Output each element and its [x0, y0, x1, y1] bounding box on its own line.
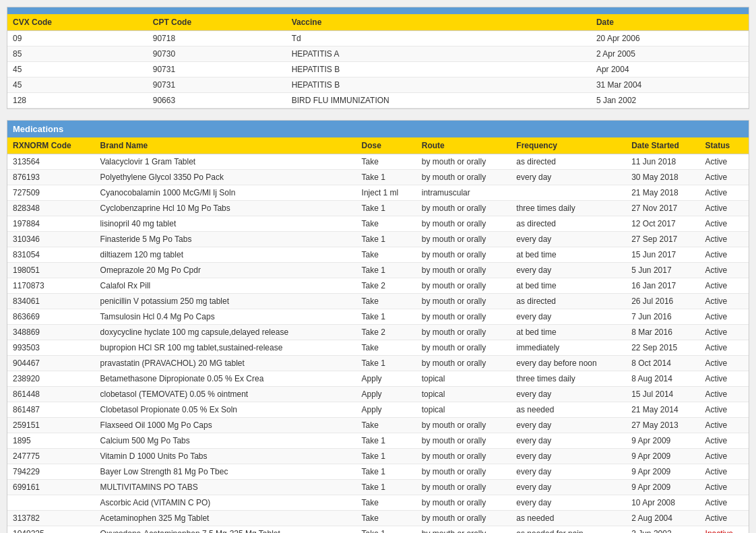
cell-status: Active — [700, 154, 749, 170]
cell-frequency: every day — [511, 449, 626, 464]
cell-brand: Clobetasol Propionate 0.05 % Ex Soln — [95, 402, 356, 418]
cell-dose: Inject 1 ml — [356, 185, 416, 201]
table-row: 794229Bayer Low Strength 81 Mg Po TbecTa… — [7, 464, 749, 480]
cell-date-started: 8 Aug 2014 — [626, 371, 699, 387]
table-row: 834061penicillin V potassium 250 mg tabl… — [7, 294, 749, 309]
cell-frequency: three times daily — [511, 201, 626, 216]
cell-status: Active — [700, 371, 749, 387]
cell-rxnorm: 861448 — [7, 387, 95, 402]
cell-status: Active — [700, 170, 749, 185]
cell-cpt: 90731 — [148, 77, 286, 93]
cell-date-started: 21 May 2014 — [626, 402, 699, 418]
cell-frequency: as directed — [511, 216, 626, 232]
table-row: 876193Polyethylene Glycol 3350 Po PackTa… — [7, 170, 749, 185]
cell-rxnorm: 993503 — [7, 340, 95, 356]
cell-brand: Betamethasone Dipropionate 0.05 % Ex Cre… — [95, 371, 356, 387]
cell-dose: Take 1 — [356, 232, 416, 247]
cell-cvx: 09 — [7, 31, 148, 46]
cell-status: Active — [700, 201, 749, 216]
cell-rxnorm: 198051 — [7, 263, 95, 278]
cell-date-started: 8 Oct 2014 — [626, 356, 699, 371]
cell-status: Active — [700, 247, 749, 263]
cell-date-started: 27 Nov 2017 — [626, 201, 699, 216]
cell-route: topical — [416, 387, 511, 402]
table-row: 8590730HEPATITIS A2 Apr 2005 — [7, 46, 749, 62]
cell-cpt: 90663 — [148, 93, 286, 108]
table-row: 831054diltiazem 120 mg tabletTakeby mout… — [7, 247, 749, 263]
cell-dose: Take 1 — [356, 356, 416, 371]
cell-status: Active — [700, 418, 749, 433]
cell-route: by mouth or orally — [416, 263, 511, 278]
vaccines-section: CVX Code CPT Code Vaccine Date 0990718Td… — [7, 7, 749, 109]
table-row: Ascorbic Acid (VITAMIN C PO)Takeby mouth… — [7, 495, 749, 511]
cell-status: Active — [700, 464, 749, 480]
cell-dose: Take — [356, 247, 416, 263]
cell-cpt: 90731 — [148, 62, 286, 77]
cell-date-started: 9 Apr 2009 — [626, 480, 699, 495]
cell-rxnorm: 831054 — [7, 247, 95, 263]
cell-rxnorm: 238920 — [7, 371, 95, 387]
cell-brand: Omeprazole 20 Mg Po Cpdr — [95, 263, 356, 278]
cell-frequency: every day — [511, 495, 626, 511]
cell-dose: Apply — [356, 402, 416, 418]
cell-rxnorm: 904467 — [7, 356, 95, 371]
cell-dose: Take 1 — [356, 263, 416, 278]
cell-cpt: 90718 — [148, 31, 286, 46]
cell-frequency: as directed — [511, 294, 626, 309]
cell-status: Active — [700, 511, 749, 526]
cell-rxnorm: 1049225 — [7, 526, 95, 534]
cell-date-started: 3 Jun 2002 — [626, 526, 699, 534]
col-vaccine: Vaccine — [286, 14, 591, 31]
cell-frequency: every day — [511, 170, 626, 185]
table-row: 310346Finasteride 5 Mg Po TabsTake 1by m… — [7, 232, 749, 247]
table-row: 699161MULTIVITAMINS PO TABSTake 1by mout… — [7, 480, 749, 495]
table-row: 861487Clobetasol Propionate 0.05 % Ex So… — [7, 402, 749, 418]
medications-header-row: RXNORM Code Brand Name Dose Route Freque… — [7, 137, 749, 154]
cell-frequency: as directed — [511, 154, 626, 170]
cell-status: Active — [700, 402, 749, 418]
cell-rxnorm: 1895 — [7, 433, 95, 449]
cell-route: by mouth or orally — [416, 480, 511, 495]
cell-brand: Tamsulosin Hcl 0.4 Mg Po Caps — [95, 309, 356, 325]
cell-date-started: 30 May 2018 — [626, 170, 699, 185]
cell-dose: Take — [356, 340, 416, 356]
cell-vaccine: Td — [286, 31, 591, 46]
cell-brand: Valacyclovir 1 Gram Tablet — [95, 154, 356, 170]
cell-dose: Take 1 — [356, 526, 416, 534]
cell-route: by mouth or orally — [416, 294, 511, 309]
cell-date-started: 15 Jul 2014 — [626, 387, 699, 402]
cell-cvx: 128 — [7, 93, 148, 108]
col-brand-name: Brand Name — [95, 137, 356, 154]
cell-date-started: 21 May 2018 — [626, 185, 699, 201]
cell-brand: doxycycline hyclate 100 mg capsule,delay… — [95, 325, 356, 340]
cell-brand: bupropion HCl SR 100 mg tablet,sustained… — [95, 340, 356, 356]
cell-rxnorm: 259151 — [7, 418, 95, 433]
cell-status: Active — [700, 356, 749, 371]
table-row: 198051Omeprazole 20 Mg Po CpdrTake 1by m… — [7, 263, 749, 278]
cell-status: Active — [700, 495, 749, 511]
cell-rxnorm: 876193 — [7, 170, 95, 185]
cell-rxnorm: 313564 — [7, 154, 95, 170]
col-route: Route — [416, 137, 511, 154]
cell-brand: pravastatin (PRAVACHOL) 20 MG tablet — [95, 356, 356, 371]
cell-status: Active — [700, 449, 749, 464]
cell-brand: Bayer Low Strength 81 Mg Po Tbec — [95, 464, 356, 480]
col-cvx-code: CVX Code — [7, 14, 148, 31]
cell-route: by mouth or orally — [416, 526, 511, 534]
cell-rxnorm: 197884 — [7, 216, 95, 232]
cell-frequency: every day — [511, 433, 626, 449]
cell-date-started: 10 Apr 2008 — [626, 495, 699, 511]
table-row: 238920Betamethasone Dipropionate 0.05 % … — [7, 371, 749, 387]
cell-route: topical — [416, 371, 511, 387]
cell-status: Active — [700, 185, 749, 201]
cell-date-started: 15 Jun 2017 — [626, 247, 699, 263]
cell-dose: Take 1 — [356, 433, 416, 449]
table-row: 863669Tamsulosin Hcl 0.4 Mg Po CapsTake … — [7, 309, 749, 325]
cell-route: by mouth or orally — [416, 247, 511, 263]
cell-brand: Ascorbic Acid (VITAMIN C PO) — [95, 495, 356, 511]
cell-dose: Take — [356, 154, 416, 170]
col-date-started: Date Started — [626, 137, 699, 154]
cell-status: Active — [700, 433, 749, 449]
cell-dose: Take — [356, 294, 416, 309]
cell-route: by mouth or orally — [416, 511, 511, 526]
